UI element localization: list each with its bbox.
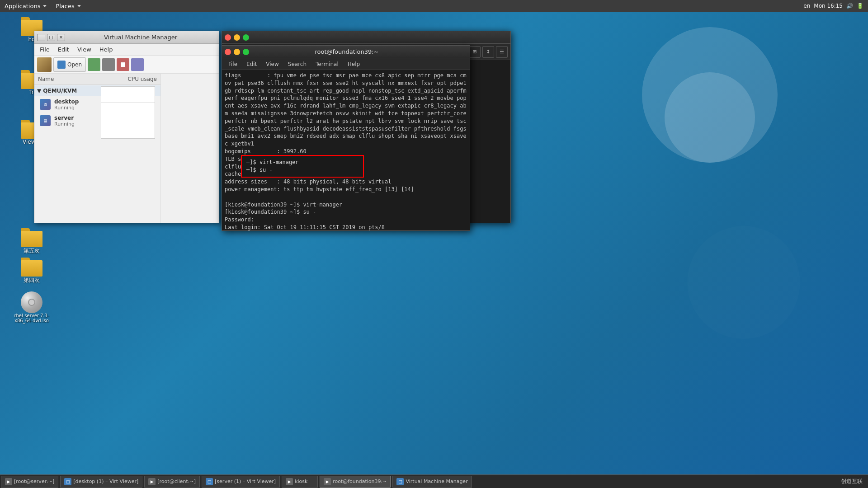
term-title-text: root@foundation39:~ bbox=[249, 48, 444, 55]
term-menu-view[interactable]: View bbox=[262, 60, 282, 68]
cpu-col-header: CPU usage bbox=[128, 76, 157, 82]
applications-arrow bbox=[43, 5, 47, 7]
vmm-titlebar[interactable]: _ □ ✕ Virtual Machine Manager bbox=[34, 31, 219, 44]
applications-label: Applications bbox=[5, 3, 40, 9]
vmm-pause-button[interactable] bbox=[102, 58, 115, 71]
vm-server-name: server bbox=[54, 115, 97, 121]
term-minimize-button[interactable] bbox=[234, 49, 240, 55]
term-titlebar[interactable]: root@foundation39:~ bbox=[222, 46, 470, 58]
fm-maximize-button[interactable] bbox=[243, 34, 249, 41]
desktop-icon-fifth[interactable]: 第五次 bbox=[14, 228, 50, 255]
vmm-maximize-button[interactable]: □ bbox=[47, 34, 55, 41]
term-menu-file[interactable]: File bbox=[225, 60, 241, 68]
taskbar-item-kiosk[interactable]: ▶ kiosk bbox=[282, 476, 318, 488]
vmm-menu-help[interactable]: Help bbox=[96, 45, 117, 54]
group-arrow: ▼ bbox=[37, 88, 41, 94]
taskbar-terminal-icon: ▶ bbox=[148, 478, 156, 485]
fm-close-button[interactable] bbox=[225, 34, 231, 41]
vmm-menubar: File Edit View Help bbox=[34, 44, 219, 56]
term-menu-search[interactable]: Search bbox=[284, 60, 310, 68]
open-label: Open bbox=[67, 61, 82, 68]
taskbar-item-root-server[interactable]: ▶ [root@server:~] bbox=[1, 476, 58, 488]
red-box-content: ─]$ virt-manager ─]$ su - bbox=[244, 157, 361, 176]
vm-item-server[interactable]: 🖥 server Running bbox=[34, 113, 160, 129]
vmm-menu-view[interactable]: View bbox=[74, 45, 95, 54]
desktop-icon-fourth[interactable]: 第四次 bbox=[14, 258, 50, 284]
term-line-cmd1: [kiosk@foundation39 ~]$ virt-manager bbox=[225, 201, 467, 209]
taskbar-item-desktop-viewer[interactable]: □ [desktop (1) – Virt Viewer] bbox=[60, 476, 142, 488]
fm-menu-button[interactable]: ☰ bbox=[496, 46, 508, 58]
taskbar-item-vmm[interactable]: □ Virtual Machine Manager bbox=[392, 476, 472, 488]
taskbar-label: root@foundation39:~ bbox=[333, 479, 387, 484]
taskbar-terminal-icon: ▶ bbox=[5, 478, 12, 485]
taskbar-label: [root@server:~] bbox=[14, 479, 54, 484]
taskbar-right: 创道互联 bbox=[838, 476, 868, 488]
taskbar: ▶ [root@server:~] □ [desktop (1) – Virt … bbox=[0, 474, 868, 488]
vmm-open-button[interactable]: Open bbox=[53, 57, 86, 72]
term-content[interactable]: flags : fpu vme de pse tsc msr pae mce c… bbox=[222, 70, 470, 230]
vmm-play-button[interactable] bbox=[88, 58, 100, 71]
vm-desktop-icon: 🖥 bbox=[40, 99, 51, 110]
term-line-cmd2: [kiosk@foundation39 ~]$ su - bbox=[225, 208, 467, 216]
dvd-image bbox=[21, 291, 42, 313]
icon-label: rhel-server-7.3-x86_64-dvd.iso bbox=[14, 313, 49, 323]
term-line-flags: flags : fpu vme de pse tsc msr pae mce c… bbox=[225, 72, 467, 148]
taskbar-item-root-foundation[interactable]: ▶ root@foundation39:~ bbox=[320, 476, 391, 488]
taskbar-vm-icon: □ bbox=[206, 478, 213, 485]
taskbar-vm-icon: □ bbox=[64, 478, 71, 485]
taskbar-brand[interactable]: 创道互联 bbox=[838, 476, 865, 488]
fm-minimize-button[interactable] bbox=[234, 34, 240, 41]
brand-label: 创道互联 bbox=[841, 478, 863, 485]
term-menu-terminal[interactable]: Terminal bbox=[312, 60, 342, 68]
term-maximize-button[interactable] bbox=[243, 49, 249, 55]
term-line-last-login: Last login: Sat Oct 19 11:11:15 CST 2019… bbox=[225, 224, 467, 230]
rbox-line1: ─]$ virt-manager bbox=[246, 159, 359, 166]
vm-server-icon: 🖥 bbox=[40, 115, 51, 126]
taskbar-terminal-icon: ▶ bbox=[286, 478, 293, 485]
taskbar-label: [root@client:~] bbox=[157, 479, 196, 484]
term-window-buttons bbox=[225, 49, 249, 55]
vmm-right-panel bbox=[161, 74, 219, 223]
name-col-header: Name bbox=[38, 76, 54, 82]
term-line-bogomips: bogomips : 3992.60 bbox=[225, 148, 467, 155]
places-arrow bbox=[77, 5, 81, 7]
fm-sort-button[interactable]: ↕ bbox=[482, 46, 494, 58]
vmm-menu-edit[interactable]: Edit bbox=[54, 45, 73, 54]
taskbar-item-server-viewer[interactable]: □ [server (1) – Virt Viewer] bbox=[202, 476, 280, 488]
vm-server-info: server Running bbox=[54, 115, 97, 127]
vm-desktop-info: desktop Running bbox=[54, 99, 97, 111]
term-line-addr: address sizes : 48 bits physical, 48 bit… bbox=[225, 178, 467, 186]
term-close-button[interactable] bbox=[225, 49, 231, 55]
vm-server-chart bbox=[101, 103, 155, 139]
places-label: Places bbox=[56, 3, 74, 9]
vmm-extra-button[interactable] bbox=[131, 58, 144, 71]
taskbar-terminal-icon: ▶ bbox=[324, 478, 331, 485]
icon-label: 第五次 bbox=[24, 247, 40, 255]
taskbar-vmm-icon: □ bbox=[396, 478, 404, 485]
clock: Mon 16:15 bbox=[814, 3, 843, 9]
icon-label: 第四次 bbox=[24, 277, 40, 284]
taskbar-label: Virtual Machine Manager bbox=[406, 479, 467, 484]
vmm-close-button[interactable]: ✕ bbox=[57, 34, 65, 41]
vmm-stop-button[interactable] bbox=[117, 58, 129, 71]
desktop-icon-dvd[interactable]: rhel-server-7.3-x86_64-dvd.iso bbox=[14, 291, 50, 323]
taskbar-item-root-client[interactable]: ▶ [root@client:~] bbox=[144, 476, 200, 488]
term-menu-help[interactable]: Help bbox=[344, 60, 363, 68]
fm-grid-view-button[interactable]: ⊞ bbox=[469, 46, 481, 58]
places-menu[interactable]: Places bbox=[51, 2, 85, 10]
fm-window-buttons bbox=[225, 34, 249, 41]
red-highlight-box: ─]$ virt-manager ─]$ su - bbox=[241, 155, 364, 178]
top-menubar: Applications Places en Mon 16:15 🔊 🔋 bbox=[0, 0, 868, 12]
fm-titlebar[interactable] bbox=[222, 31, 510, 44]
volume-icon[interactable]: 🔊 bbox=[846, 3, 853, 9]
vmm-menu-file[interactable]: File bbox=[36, 45, 53, 54]
vmm-minimize-button[interactable]: _ bbox=[37, 34, 45, 41]
vmm-content: Name CPU usage ▼ QEMU/KVM 🖥 desktop Runn… bbox=[34, 74, 219, 223]
applications-menu[interactable]: Applications bbox=[0, 2, 51, 10]
icon-label: Tr bbox=[29, 89, 34, 95]
vmm-window-buttons: _ □ ✕ bbox=[37, 34, 65, 41]
vm-desktop-status: Running bbox=[54, 105, 97, 111]
taskbar-label: [desktop (1) – Virt Viewer] bbox=[73, 479, 138, 484]
term-menu-edit[interactable]: Edit bbox=[243, 60, 260, 68]
term-line-power: power management: ts ttp tm hwpstate eff… bbox=[225, 186, 467, 193]
